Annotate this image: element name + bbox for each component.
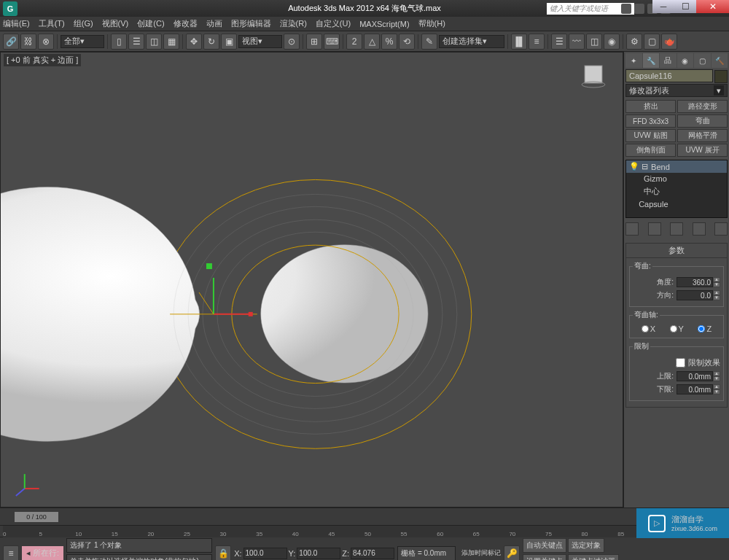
remove-mod-icon[interactable] [693,222,706,236]
coord-z[interactable] [351,548,394,559]
modifier-stack[interactable]: 💡 ⊟ Bend Gizmo 中心 Capsule [625,160,728,218]
tab-utilities[interactable]: 🔨 [712,53,728,68]
named-selection-dropdown[interactable]: 创建选择集 ▾ [439,35,504,48]
pin-stack-icon[interactable] [625,222,639,236]
layers-icon[interactable]: ☰ [551,34,567,50]
angle-input[interactable] [677,277,713,287]
selkey-dropdown[interactable]: 选定对象 [568,538,604,553]
menu-grapheditor[interactable]: 图形编辑器 [231,18,271,29]
upper-input[interactable] [677,371,713,381]
angle-down[interactable]: ▼ [713,282,720,287]
bind-icon[interactable]: ⊗ [38,34,54,50]
maximize-button[interactable]: ☐ [674,0,696,13]
add-time-marker[interactable]: 添加时间标记 [461,548,501,558]
tab-modify[interactable]: 🔧 [643,53,660,68]
time-slider-handle[interactable]: 0 / 100 [15,512,58,522]
move-icon[interactable]: ✥ [186,34,202,50]
tab-display[interactable]: ▢ [694,53,711,68]
btn-extrude[interactable]: 挤出 [625,100,676,113]
dir-up[interactable]: ▲ [713,290,720,295]
btn-ffd[interactable]: FFD 3x3x3 [625,114,676,128]
spinner-snap-icon[interactable]: ⟲ [399,34,415,50]
axis-z[interactable]: Z [698,324,712,333]
object-name-field[interactable]: Capsule116 [625,69,713,82]
viewport[interactable]: [ +0 前 真实 + 边面 ] [0,52,623,508]
snap-percent-icon[interactable]: % [381,34,397,50]
tab-create[interactable]: ✦ [625,53,642,68]
mirror-icon[interactable]: ▐▌ [511,34,527,50]
modifier-list-dropdown[interactable]: 修改器列表▾ [625,84,728,97]
curve-editor-icon[interactable]: 〰 [569,34,585,50]
stack-center[interactable]: 中心 [626,184,727,198]
rollout-header-params[interactable]: 参数 [626,244,727,258]
select-manipulate-icon[interactable]: ⊞ [306,34,322,50]
angle-up[interactable]: ▲ [713,277,720,282]
time-slider[interactable]: 0 / 100 [0,508,729,525]
menu-create[interactable]: 创建(C) [137,18,164,29]
snap-angle-icon[interactable]: △ [364,34,380,50]
tab-hierarchy[interactable]: 品 [660,53,677,68]
time-ruler[interactable]: 0 5 10 15 20 25 30 35 40 45 50 55 60 65 … [3,526,726,537]
edit-selection-icon[interactable]: ✎ [421,34,437,50]
menu-help[interactable]: 帮助(H) [418,18,445,29]
keyboard-shortcut-icon[interactable]: ⌨ [324,34,340,50]
scale-icon[interactable]: ▣ [221,34,237,50]
tab-motion[interactable]: ◉ [677,53,694,68]
menu-edit[interactable]: 编辑(E) [3,18,30,29]
menu-render[interactable]: 渲染(R) [280,18,307,29]
render-icon[interactable]: 🫖 [661,34,677,50]
stack-gizmo[interactable]: Gizmo [626,173,727,184]
btn-pathdeform[interactable]: 路径变形 [677,100,728,113]
rotate-icon[interactable]: ↻ [203,34,219,50]
coord-x[interactable] [243,548,287,559]
btn-bend[interactable]: 弯曲 [677,114,728,128]
btn-meshsmooth[interactable]: 网格平滑 [677,129,728,142]
close-button[interactable]: ✕ [696,0,729,13]
btn-uvwmap[interactable]: UVW 贴图 [625,129,676,142]
render-setup-icon[interactable]: ⚙ [626,34,642,50]
menu-modifiers[interactable]: 修改器 [174,18,198,29]
lock-icon[interactable]: 🔒 [215,545,231,561]
key-icon[interactable]: 🔑 [504,545,520,561]
select-name-icon[interactable]: ☰ [128,34,144,50]
menu-animation[interactable]: 动画 [206,18,222,29]
selection-filter[interactable]: 全部 ▾ [61,35,104,48]
schematic-icon[interactable]: ◫ [586,34,602,50]
select-region-icon[interactable]: ◫ [146,34,162,50]
btn-bevelprofile[interactable]: 倒角剖面 [625,144,676,157]
maxscript-icon[interactable]: ≡ [3,545,19,561]
autokey-button[interactable]: 自动关键点 [523,538,566,553]
dir-down[interactable]: ▼ [713,295,720,300]
setkey-button[interactable]: 设置关键点 [523,554,566,561]
select-icon[interactable]: ▯ [111,34,127,50]
menu-tools[interactable]: 工具(T) [39,18,65,29]
minimize-button[interactable]: ─ [652,0,674,13]
material-icon[interactable]: ◉ [604,34,620,50]
window-crossing-icon[interactable]: ▦ [163,34,179,50]
snap-2d-icon[interactable]: 2 [346,34,362,50]
viewport-label[interactable]: [ +0 前 真实 + 边面 ] [4,54,81,66]
menu-maxscript[interactable]: MAXScript(M) [359,20,409,28]
stack-bend[interactable]: 💡 ⊟ Bend [626,160,727,173]
ref-coord-dropdown[interactable]: 视图 ▾ [238,35,282,48]
lower-input[interactable] [677,384,713,394]
configure-sets-icon[interactable] [714,222,728,236]
unlink-icon[interactable]: ⛓ [20,34,36,50]
show-result-icon[interactable] [648,222,661,236]
axis-x[interactable]: X [642,324,655,333]
link-icon[interactable]: 🔗 [3,34,19,50]
coord-y[interactable] [297,548,340,559]
render-frame-icon[interactable]: ▢ [644,34,660,50]
align-icon[interactable]: ≡ [529,34,545,50]
menu-customize[interactable]: 自定义(U) [316,18,351,29]
pivot-icon[interactable]: ⊙ [284,34,300,50]
stack-capsule[interactable]: Capsule [626,198,727,210]
menu-group[interactable]: 组(G) [74,18,93,29]
make-unique-icon[interactable] [670,222,683,236]
menu-view[interactable]: 视图(V) [102,18,129,29]
object-color-swatch[interactable] [714,70,728,83]
viewcube[interactable] [579,60,608,89]
btn-uvwunwrap[interactable]: UVW 展开 [677,144,728,157]
direction-input[interactable] [677,290,713,300]
limit-effect-checkbox[interactable] [676,358,685,368]
